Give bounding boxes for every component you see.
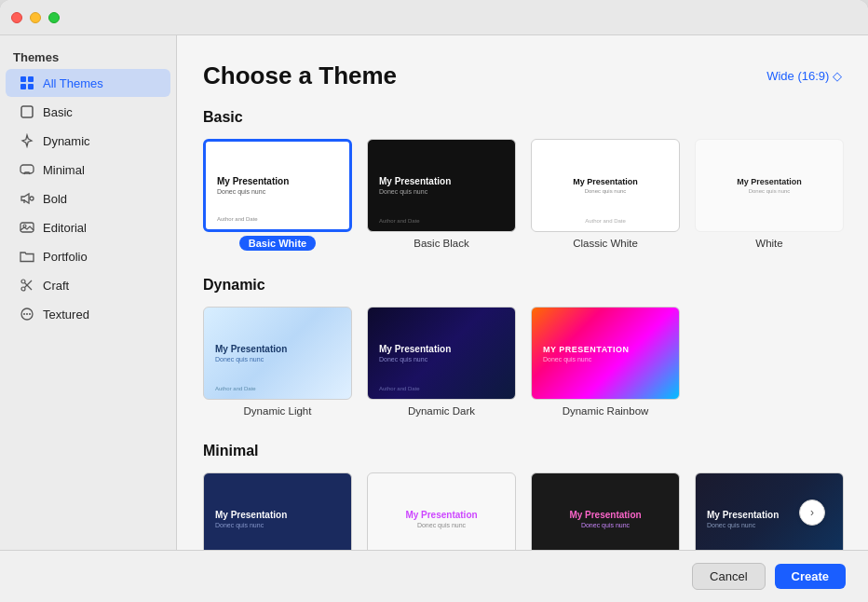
titlebar <box>0 0 868 35</box>
sidebar-item-all-themes[interactable]: All Themes <box>6 69 170 97</box>
thumb-title: My Presentation <box>215 344 340 354</box>
main-content: Choose a Theme Wide (16:9) ◇ Basic My Pr… <box>177 35 868 602</box>
sidebar-item-craft[interactable]: Craft <box>6 271 170 299</box>
theme-thumb-white: My Presentation Donec quis nunc <box>695 139 844 232</box>
grid-icon <box>19 75 35 91</box>
theme-label: Dynamic Rainbow <box>563 405 649 417</box>
svg-rect-3 <box>28 84 34 89</box>
basic-section: Basic My Presentation Donec quis nunc Au… <box>203 109 842 251</box>
thumb-author: Author and Date <box>379 386 420 391</box>
sidebar-item-bold[interactable]: Bold <box>6 185 170 212</box>
create-button[interactable]: Create <box>775 564 846 589</box>
thumb-author: Author and Date <box>379 218 420 224</box>
theme-item-white[interactable]: My Presentation Donec quis nunc White <box>695 139 844 251</box>
cancel-button[interactable]: Cancel <box>692 563 765 590</box>
theme-label: Dynamic Light <box>244 405 312 417</box>
sidebar-item-label: Textured <box>43 308 89 322</box>
thumb-sub: Donec quis nunc <box>581 522 630 528</box>
sidebar-item-editorial[interactable]: Editorial <box>6 213 170 241</box>
svg-point-13 <box>26 313 28 315</box>
sidebar-item-minimal[interactable]: Minimal <box>6 156 170 184</box>
selected-badge: Basic White <box>239 236 316 251</box>
thumb-sub: Donec quis nunc <box>749 188 791 194</box>
theme-label: White <box>755 238 782 249</box>
theme-thumb-classic-white: My Presentation Donec quis nunc Author a… <box>531 139 680 232</box>
minimize-button[interactable] <box>30 12 41 23</box>
thumb-title: My Presentation <box>543 345 668 354</box>
thumb-title: My Presentation <box>737 177 802 186</box>
bubble-icon <box>19 161 35 178</box>
thumb-sub: Donec quis nunc <box>417 522 466 528</box>
thumb-sub: Donec quis nunc <box>585 188 627 194</box>
sparkle-icon <box>19 132 35 149</box>
svg-rect-2 <box>20 84 26 89</box>
svg-point-6 <box>30 197 34 200</box>
header-row: Choose a Theme Wide (16:9) ◇ <box>203 62 842 90</box>
svg-point-14 <box>29 313 31 315</box>
sidebar-item-label: Dynamic <box>43 134 90 148</box>
thumb-title: My Presentation <box>217 176 338 186</box>
sidebar-item-label: Editorial <box>43 221 87 235</box>
svg-rect-1 <box>28 76 34 82</box>
theme-thumb-dynamic-light: My Presentation Donec quis nunc Author a… <box>203 307 352 400</box>
theme-thumb-basic-black: My Presentation Donec quis nunc Author a… <box>367 139 516 232</box>
scissors-icon <box>19 277 35 294</box>
circle-dots-icon <box>19 306 35 322</box>
sidebar-item-label: Portfolio <box>43 250 88 264</box>
theme-item-dynamic-rainbow[interactable]: My Presentation Donec quis nunc Dynamic … <box>531 307 680 417</box>
theme-item-dynamic-dark[interactable]: My Presentation Donec quis nunc Author a… <box>367 307 516 417</box>
svg-point-9 <box>21 287 25 291</box>
svg-rect-0 <box>20 76 26 82</box>
sidebar-section-title: Themes <box>0 45 176 68</box>
basic-section-title: Basic <box>203 109 842 126</box>
minimal-section-title: Minimal <box>203 443 842 459</box>
content-area: Themes All Themes <box>0 35 868 602</box>
thumb-title: My Presentation <box>379 176 504 186</box>
thumb-sub: Donec quis nunc <box>379 356 504 363</box>
megaphone-icon <box>19 190 35 207</box>
thumb-author: Author and Date <box>585 218 626 224</box>
sidebar-item-label: Basic <box>43 105 73 119</box>
thumb-sub: Donec quis nunc <box>379 188 504 195</box>
thumb-sub: Donec quis nunc <box>215 522 340 528</box>
theme-item-basic-black[interactable]: My Presentation Donec quis nunc Author a… <box>367 139 516 251</box>
theme-thumb-basic-white: My Presentation Donec quis nunc Author a… <box>203 139 352 232</box>
svg-point-12 <box>23 313 25 315</box>
sidebar-item-dynamic[interactable]: Dynamic <box>6 127 170 155</box>
dynamic-section-title: Dynamic <box>203 277 842 294</box>
page-title: Choose a Theme <box>203 62 397 90</box>
sidebar-item-portfolio[interactable]: Portfolio <box>6 242 170 270</box>
maximize-button[interactable] <box>48 12 60 23</box>
thumb-title: My Presentation <box>379 344 504 354</box>
theme-item-dynamic-light[interactable]: My Presentation Donec quis nunc Author a… <box>203 307 352 417</box>
sidebar-item-basic[interactable]: Basic <box>6 98 170 126</box>
sidebar-item-textured[interactable]: Textured <box>6 300 170 328</box>
dynamic-section: Dynamic My Presentation Donec quis nunc … <box>203 277 842 417</box>
thumb-sub: Donec quis nunc <box>217 188 338 195</box>
thumb-author: Author and Date <box>217 216 258 222</box>
sidebar-item-label: Minimal <box>43 163 85 177</box>
bottom-bar: Cancel Create <box>0 550 868 602</box>
theme-label: Basic Black <box>414 238 468 249</box>
theme-thumb-dynamic-rainbow: My Presentation Donec quis nunc <box>531 307 680 400</box>
app-window: Themes All Themes <box>0 0 868 602</box>
thumb-title: My Presentation <box>573 177 638 186</box>
theme-item-classic-white[interactable]: My Presentation Donec quis nunc Author a… <box>531 139 680 251</box>
close-button[interactable] <box>11 12 22 23</box>
thumb-title: My Presentation <box>405 510 477 520</box>
photo-icon <box>19 219 35 236</box>
aspect-ratio-selector[interactable]: Wide (16:9) ◇ <box>766 69 842 83</box>
thumb-author: Author and Date <box>215 386 256 391</box>
sidebar: Themes All Themes <box>0 35 177 602</box>
svg-rect-4 <box>21 106 33 117</box>
svg-point-10 <box>21 280 25 283</box>
scroll-right-arrow[interactable]: › <box>799 499 825 526</box>
square-icon <box>19 103 35 120</box>
thumb-sub: Donec quis nunc <box>543 356 668 363</box>
sidebar-item-label: Bold <box>43 192 67 206</box>
dynamic-theme-grid: My Presentation Donec quis nunc Author a… <box>203 307 842 417</box>
svg-point-8 <box>23 225 26 227</box>
svg-rect-7 <box>20 223 34 232</box>
theme-item-basic-white[interactable]: My Presentation Donec quis nunc Author a… <box>203 139 352 251</box>
sidebar-item-label: All Themes <box>43 76 103 90</box>
